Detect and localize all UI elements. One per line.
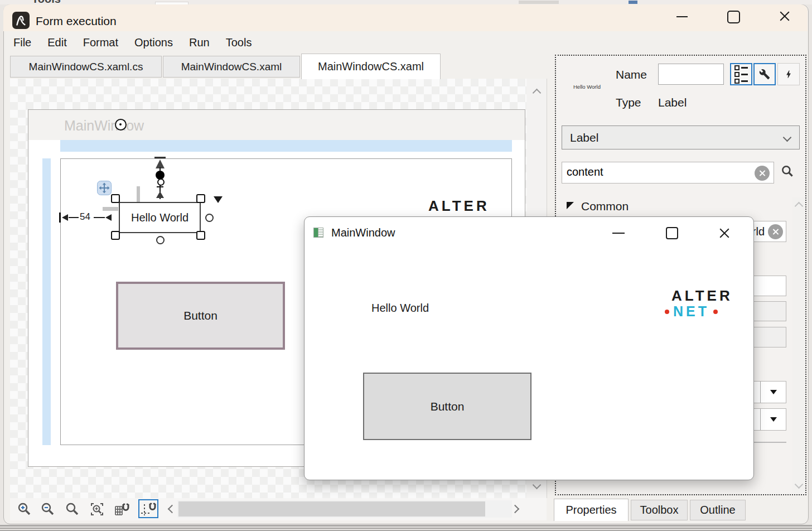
hscroll-right-icon[interactable]	[511, 505, 520, 514]
resize-handle-bottom-left[interactable]	[111, 231, 120, 240]
zoom-in-button[interactable]	[16, 500, 33, 518]
category-common[interactable]: Common	[581, 200, 629, 213]
menu-run[interactable]: Run	[189, 36, 210, 49]
dimension-arrow-icon	[105, 214, 112, 221]
resize-handle-bottom[interactable]	[156, 236, 165, 244]
designer-toolbar	[10, 498, 547, 520]
runtime-label: Hello World	[371, 302, 429, 315]
logo-alter: ALTER	[671, 288, 733, 303]
background-menu-tools: Tools	[32, 0, 61, 4]
class-selector-value: Label	[570, 131, 598, 144]
runtime-window-title: MainWindow	[331, 226, 395, 239]
anchor-arrow-small-icon	[156, 191, 164, 198]
lightning-icon	[784, 68, 794, 80]
maximize-button[interactable]	[727, 11, 740, 23]
snap-to-grid-button[interactable]	[113, 500, 130, 518]
selection-preview-text: Hello World	[573, 84, 601, 90]
zoom-out-button[interactable]	[39, 500, 57, 518]
runtime-window[interactable]: MainWindow Hello World ALTER NET Button	[304, 216, 754, 480]
panel-scroll-up-icon[interactable]	[795, 202, 804, 211]
categorized-view-button[interactable]	[730, 63, 752, 85]
designer-label-hello-world[interactable]: Hello World	[119, 202, 201, 233]
resize-handle-top-right[interactable]	[196, 194, 205, 203]
tab-toolbox[interactable]: Toolbox	[631, 500, 688, 520]
search-box[interactable]	[562, 162, 774, 184]
hscroll-thumb[interactable]	[178, 501, 485, 516]
events-button[interactable]	[777, 63, 800, 85]
class-selector-dropdown[interactable]: Label	[562, 125, 800, 149]
runtime-minimize-button[interactable]	[612, 233, 625, 234]
margin-mark	[137, 186, 140, 202]
menu-edit[interactable]: Edit	[47, 36, 66, 49]
search-icon[interactable]	[780, 164, 795, 182]
dimension-line	[94, 217, 105, 218]
menu-file[interactable]: File	[13, 36, 31, 49]
minimize-button[interactable]	[676, 16, 688, 17]
text-clear-button[interactable]	[768, 224, 783, 239]
categorized-icon	[734, 65, 748, 84]
tab-label: Toolbox	[640, 504, 679, 516]
tab-outline[interactable]: Outline	[690, 500, 746, 520]
menu-options[interactable]: Options	[134, 36, 173, 49]
combo-arrow-icon	[770, 390, 777, 394]
tab-mainwindowcs-xaml-cs[interactable]: MainWindowCS.xaml.cs	[10, 56, 162, 78]
smart-tag-dropdown-icon[interactable]	[214, 196, 223, 203]
background-window-top: Tools	[0, 0, 812, 4]
designer-horizontal-scrollbar[interactable]	[177, 500, 512, 518]
properties-wrench-button[interactable]	[753, 63, 776, 85]
menu-tools[interactable]: Tools	[226, 36, 252, 49]
zoom-reset-button[interactable]	[64, 500, 81, 518]
name-input[interactable]	[658, 64, 724, 85]
designer-form-title: MainWindow	[64, 118, 144, 134]
logo-dot	[665, 310, 669, 314]
runtime-button-text: Button	[431, 400, 465, 413]
category-expander-icon[interactable]	[567, 202, 574, 209]
resize-handle-top-left[interactable]	[111, 194, 120, 203]
designer-button-text: Button	[183, 309, 218, 322]
anchor-pin-ring	[157, 178, 165, 186]
dropdown-chevron-icon	[783, 133, 792, 142]
app-titlebar[interactable]: Form execution	[3, 4, 808, 31]
snap-to-guides-button[interactable]	[138, 499, 158, 518]
runtime-button[interactable]: Button	[363, 373, 531, 440]
panel-vertical-scrollbar[interactable]	[792, 197, 805, 493]
menubar: File Edit Format Options Run Tools	[3, 31, 808, 54]
runtime-close-button[interactable]	[718, 227, 731, 239]
zoom-fit-button[interactable]	[88, 500, 106, 518]
combo-drop-button[interactable]	[760, 409, 786, 430]
background-fragment	[519, 1, 559, 4]
margin-mark	[103, 207, 118, 211]
move-handle-icon[interactable]	[97, 181, 112, 197]
dimension-tick	[59, 213, 61, 223]
tab-label: MainWindowCS.xaml	[318, 60, 424, 73]
close-button[interactable]	[779, 10, 791, 22]
anchor-top-bar	[154, 157, 166, 158]
tab-label: MainWindowCS.xaml	[181, 61, 282, 73]
tab-mainwindowcs-xaml[interactable]: MainWindowCS.xaml	[163, 56, 300, 78]
selection-bar-horizontal	[60, 140, 512, 152]
scroll-up-icon[interactable]	[533, 89, 542, 98]
runtime-maximize-button[interactable]	[666, 227, 678, 239]
anchor-pin-cross	[157, 186, 163, 187]
runtime-logo: ALTER NET	[671, 288, 733, 318]
scroll-down-icon[interactable]	[533, 481, 542, 490]
menu-format[interactable]: Format	[83, 36, 118, 49]
hscroll-left-icon[interactable]	[168, 505, 177, 514]
resize-handle-bottom-right[interactable]	[196, 231, 205, 240]
search-input[interactable]	[562, 162, 746, 182]
tab-mainwindowcs-xaml-active[interactable]: MainWindowCS.xaml	[301, 54, 441, 79]
panel-scroll-down-icon[interactable]	[795, 480, 804, 489]
combo-drop-button[interactable]	[760, 382, 786, 403]
app-logo-icon	[12, 12, 30, 29]
dimension-value: 54	[80, 211, 90, 223]
tab-label: Properties	[566, 504, 616, 516]
resize-handle-right[interactable]	[205, 214, 214, 222]
background-window-bottom-line	[0, 528, 812, 529]
search-clear-button[interactable]	[755, 166, 770, 181]
tab-properties[interactable]: Properties	[554, 499, 629, 521]
close-icon	[779, 10, 791, 22]
wrench-icon	[759, 69, 770, 80]
breakpoint-marker-icon[interactable]	[115, 119, 127, 131]
designer-button[interactable]: Button	[116, 282, 285, 350]
name-label: Name	[616, 68, 647, 81]
